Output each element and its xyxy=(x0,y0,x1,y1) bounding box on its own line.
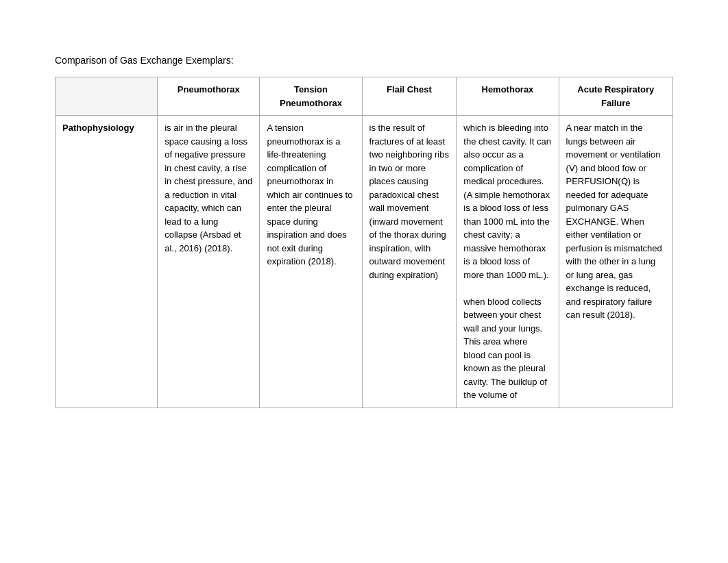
col-header-empty xyxy=(56,77,158,116)
row-header-pathophysiology: Pathophysiology xyxy=(56,116,158,408)
col-header-tension-pneumothorax: Tension Pneumothorax xyxy=(260,77,362,116)
col-header-flail-chest: Flail Chest xyxy=(362,77,457,116)
col-header-pneumothorax: Pneumothorax xyxy=(158,77,260,116)
cell-tension-pathophysiology: A tension pneumothorax is a life-threate… xyxy=(260,116,362,408)
col-header-arf: Acute Respiratory Failure xyxy=(559,77,672,116)
table-row: Pathophysiology is air in the pleural sp… xyxy=(56,116,673,408)
cell-arf-pathophysiology: A near match in the lungs between air mo… xyxy=(559,116,672,408)
cell-pneumothorax-pathophysiology: is air in the pleural space causing a lo… xyxy=(158,116,260,408)
comparison-table: Pneumothorax Tension Pneumothorax Flail … xyxy=(55,77,673,408)
table-title: Comparison of Gas Exchange Exemplars: xyxy=(55,55,673,66)
cell-hemothorax-pathophysiology: which is bleeding into the chest cavity.… xyxy=(457,116,559,408)
cell-flail-pathophysiology: is the result of fractures of at least t… xyxy=(362,116,457,408)
table-header-row: Pneumothorax Tension Pneumothorax Flail … xyxy=(56,77,673,116)
page-container: Comparison of Gas Exchange Exemplars: Pn… xyxy=(0,0,728,436)
col-header-hemothorax: Hemothorax xyxy=(457,77,559,116)
